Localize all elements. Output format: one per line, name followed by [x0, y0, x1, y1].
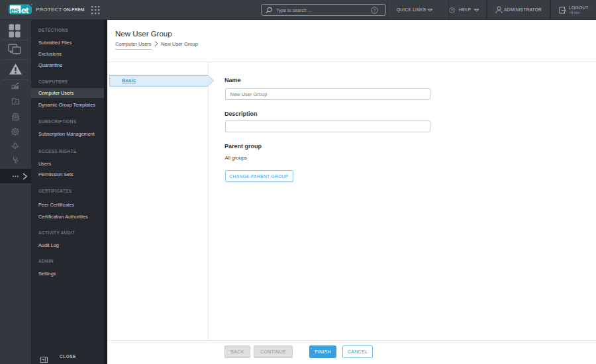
svg-text:?: ? [451, 8, 453, 12]
svg-text:et: et [21, 5, 29, 15]
svg-text:?: ? [373, 7, 375, 13]
svg-text:es: es [10, 5, 19, 15]
